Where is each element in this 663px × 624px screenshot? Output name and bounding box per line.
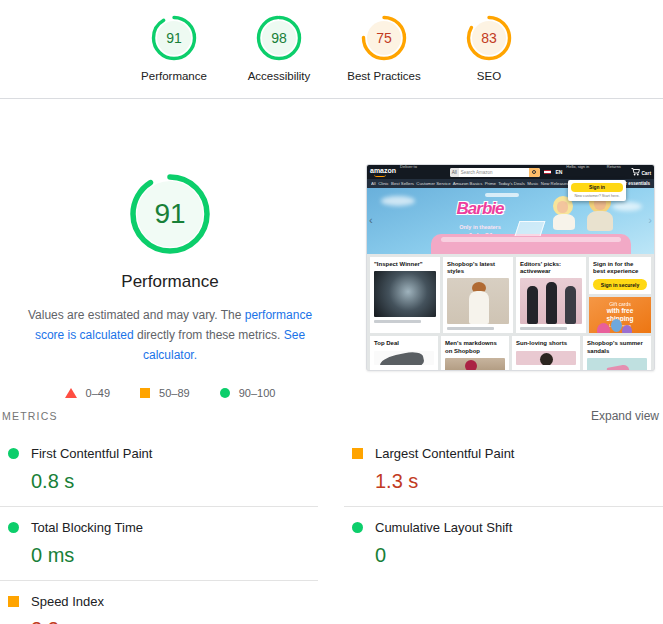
balloon-shape: [611, 319, 622, 332]
pass-circle-icon: [8, 522, 19, 533]
desc-text-1: Values are estimated and may vary. The: [28, 308, 245, 322]
performance-score: 91: [150, 14, 198, 62]
metric-value: 0 ms: [31, 544, 318, 567]
legend-average: 50–89: [140, 387, 190, 399]
card-title: Editors' picks: activewear: [520, 261, 582, 275]
legend-fail: 0–49: [65, 387, 110, 399]
lighthouse-report: 91 Performance 98 Accessibility 75: [0, 0, 663, 624]
gift-card-line1: Gift cards: [593, 301, 647, 307]
card-row-1: "Inspect Winner" Shopbop's latest styles…: [370, 257, 651, 333]
average-square-icon: [352, 448, 363, 459]
performance-main-gauge: 91: [128, 172, 212, 256]
card-summer-sandals: Shopbop's summer sandals: [583, 336, 651, 371]
carousel-next-icon: ›: [648, 214, 652, 226]
gauge-accessibility[interactable]: 98 Accessibility: [227, 14, 332, 82]
seo-label: SEO: [477, 70, 501, 82]
cloud-shape: [381, 196, 415, 206]
card-image: [374, 271, 436, 317]
metrics-columns: First Contentful Paint 0.8 s Total Block…: [0, 433, 663, 624]
accessibility-label: Accessibility: [248, 70, 311, 82]
carousel-prev-icon: ‹: [369, 214, 373, 226]
pass-circle-icon: [8, 448, 19, 459]
search-category: All: [450, 168, 459, 177]
amazon-topbar: amazon Deliver to Select your address Al…: [367, 165, 654, 179]
amazon-screenshot: amazon Deliver to Select your address Al…: [367, 165, 654, 370]
metrics-section: METRICS Expand view First Contentful Pai…: [0, 405, 663, 624]
card-title: Shopbop's latest styles: [447, 261, 509, 275]
language-selector: EN: [555, 169, 562, 175]
summary-description: Values are estimated and may vary. The p…: [18, 306, 322, 365]
search-placeholder: Search Amazon: [459, 170, 530, 175]
card-title: Shopbop's summer sandals: [587, 340, 647, 354]
performance-gauge-ring: 91: [150, 14, 198, 62]
figure-body: [587, 211, 613, 231]
barbie-logo: Barbie: [425, 199, 535, 219]
card-title: Sun-loving shorts: [516, 340, 576, 347]
card-row-2: Top Deal Men's markdowns on Shopbop Sun-…: [370, 336, 651, 371]
performance-label: Performance: [141, 70, 207, 82]
card-image: [520, 278, 582, 324]
card-latest-styles: Shopbop's latest styles: [443, 257, 513, 333]
gauge-seo[interactable]: 83 SEO: [437, 14, 542, 82]
summary-title: Performance: [0, 272, 340, 292]
average-range: 50–89: [159, 387, 190, 399]
performance-summary: 91 Performance Values are estimated and …: [0, 100, 340, 399]
expand-view-link[interactable]: Expand view: [591, 409, 659, 423]
card-activewear: Editors' picks: activewear: [516, 257, 586, 333]
accessibility-gauge-ring: 98: [255, 14, 303, 62]
figure-face: [557, 201, 568, 213]
fail-range: 0–49: [86, 387, 110, 399]
metric-speed-index: Speed Index 2.2 s: [0, 581, 318, 624]
card-title: Men's markdowns on Shopbop: [445, 340, 505, 354]
seo-score: 83: [465, 14, 513, 62]
average-square-icon: [140, 388, 150, 398]
amazon-card-grid: "Inspect Winner" Shopbop's latest styles…: [367, 254, 654, 370]
category-gauges-bar: 91 Performance 98 Accessibility 75: [0, 0, 663, 99]
card-image: [445, 358, 505, 371]
card-image: [447, 278, 509, 324]
metric-name: First Contentful Paint: [31, 446, 152, 461]
signin-securely-button: Sign in securely: [593, 279, 647, 290]
amazon-smile-icon: [374, 174, 386, 177]
best-practices-score: 75: [360, 14, 408, 62]
gauge-best-practices[interactable]: 75 Best Practices: [332, 14, 437, 82]
legend-pass: 90–100: [220, 387, 276, 399]
card-title: Top Deal: [374, 340, 434, 347]
desc-text-2: directly from these metrics.: [134, 328, 284, 342]
search-icon: [529, 168, 540, 177]
card-mens-markdowns: Men's markdowns on Shopbop: [441, 336, 509, 371]
figure-body: [553, 214, 575, 230]
balloon-shape: [597, 323, 610, 333]
metrics-column-left: First Contentful Paint 0.8 s Total Block…: [0, 433, 318, 624]
fail-triangle-icon: [65, 388, 77, 398]
signin-column: Sign in for the best experience Sign in …: [589, 257, 651, 333]
metric-name: Largest Contentful Paint: [375, 446, 514, 461]
metrics-header: METRICS Expand view: [0, 405, 663, 433]
metric-tbt: Total Blocking Time 0 ms: [0, 507, 318, 581]
signin-dropdown: Sign in New customer? Start here.: [568, 180, 626, 201]
card-footer-link: [374, 320, 421, 323]
subnav-items: All Clinic Best Sellers Customer Service…: [371, 181, 593, 186]
metric-name: Total Blocking Time: [31, 520, 143, 535]
main-score: 91: [128, 172, 212, 256]
signin-dropdown-button: Sign in: [571, 183, 623, 192]
metric-name: Speed Index: [31, 594, 104, 609]
metric-lcp: Largest Contentful Paint 1.3 s: [344, 433, 663, 507]
card-image: [587, 358, 647, 371]
flag-icon: [544, 170, 551, 174]
pass-range: 90–100: [239, 387, 276, 399]
best-practices-label: Best Practices: [347, 70, 421, 82]
card-top-deal: Top Deal: [370, 336, 438, 371]
new-customer-note: New customer? Start here.: [571, 194, 623, 198]
average-square-icon: [8, 596, 19, 607]
studio-logos: [485, 193, 519, 197]
final-screenshot-thumbnail[interactable]: amazon Deliver to Select your address Al…: [366, 164, 655, 371]
signin-card: Sign in for the best experience Sign in …: [589, 257, 651, 294]
card-image: [516, 351, 576, 365]
amazon-logo: amazon: [370, 167, 396, 177]
gift-card-promo: Gift cards with free shipping Learn more: [589, 297, 651, 333]
metric-name: Cumulative Layout Shift: [375, 520, 512, 535]
pink-car: [431, 234, 631, 254]
metric-value: 2.2 s: [31, 618, 318, 624]
gauge-performance[interactable]: 91 Performance: [122, 14, 227, 82]
